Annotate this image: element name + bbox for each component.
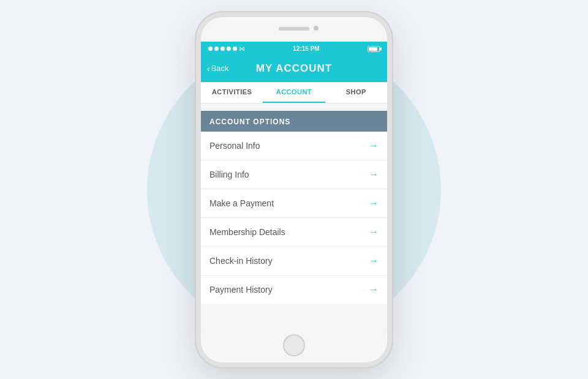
battery-icon xyxy=(368,46,380,52)
tab-shop[interactable]: SHOP xyxy=(325,82,387,103)
page-title: MY ACCOUNT xyxy=(256,62,332,75)
signal-dot-1 xyxy=(208,47,213,51)
arrow-icon: → xyxy=(369,198,379,209)
arrow-icon: → xyxy=(369,227,379,238)
signal-dot-5 xyxy=(233,47,237,51)
tab-activities[interactable]: ACTIVITIES xyxy=(201,82,263,103)
tab-bar: ACTIVITIES ACCOUNT SHOP xyxy=(201,82,387,103)
arrow-icon: → xyxy=(369,255,379,266)
status-bar: ⋈ 12:15 PM xyxy=(201,42,387,56)
signal-dots: ⋈ xyxy=(208,45,245,52)
menu-item-label: Payment History xyxy=(209,285,273,295)
section-header: ACCOUNT OPTIONS xyxy=(201,111,387,132)
back-button[interactable]: ‹ Back xyxy=(207,64,229,73)
phone-home-button[interactable] xyxy=(283,334,305,356)
app-header: ‹ Back MY ACCOUNT xyxy=(201,56,387,82)
menu-item-label: Personal Info xyxy=(209,141,260,151)
arrow-icon: → xyxy=(369,140,379,151)
battery-fill xyxy=(369,47,377,51)
menu-item-label: Make a Payment xyxy=(209,198,274,208)
tab-account[interactable]: ACCOUNT xyxy=(263,82,325,103)
battery-indicator xyxy=(368,46,380,52)
menu-item-label: Check-in History xyxy=(209,256,273,266)
menu-list: Personal Info → Billing Info → Make a Pa… xyxy=(201,132,387,304)
menu-item-membership-details[interactable]: Membership Details → xyxy=(201,218,387,247)
status-time: 12:15 PM xyxy=(293,45,319,52)
signal-dot-2 xyxy=(214,47,219,51)
content-area: ACCOUNT OPTIONS Personal Info → Billing … xyxy=(201,103,387,332)
menu-item-personal-info[interactable]: Personal Info → xyxy=(201,132,387,160)
signal-dot-3 xyxy=(221,47,225,51)
phone-frame: ⋈ 12:15 PM ‹ Back MY ACCOUNT xyxy=(196,12,392,367)
phone-screen: ⋈ 12:15 PM ‹ Back MY ACCOUNT xyxy=(201,42,387,332)
section-header-text: ACCOUNT OPTIONS xyxy=(209,118,290,126)
menu-item-label: Billing Info xyxy=(209,170,249,179)
menu-item-label: Membership Details xyxy=(209,227,285,237)
menu-item-payment-history[interactable]: Payment History → xyxy=(201,276,387,304)
signal-dot-4 xyxy=(227,47,231,51)
arrow-icon: → xyxy=(369,169,379,180)
phone-wrapper: ⋈ 12:15 PM ‹ Back MY ACCOUNT xyxy=(196,12,392,367)
arrow-icon: → xyxy=(369,284,379,295)
phone-camera xyxy=(314,26,318,31)
menu-item-billing-info[interactable]: Billing Info → xyxy=(201,160,387,189)
phone-speaker xyxy=(279,27,309,31)
wifi-icon: ⋈ xyxy=(239,45,245,52)
menu-item-checkin-history[interactable]: Check-in History → xyxy=(201,247,387,276)
menu-item-make-payment[interactable]: Make a Payment → xyxy=(201,189,387,218)
back-label: Back xyxy=(211,64,229,73)
back-chevron-icon: ‹ xyxy=(207,64,210,73)
